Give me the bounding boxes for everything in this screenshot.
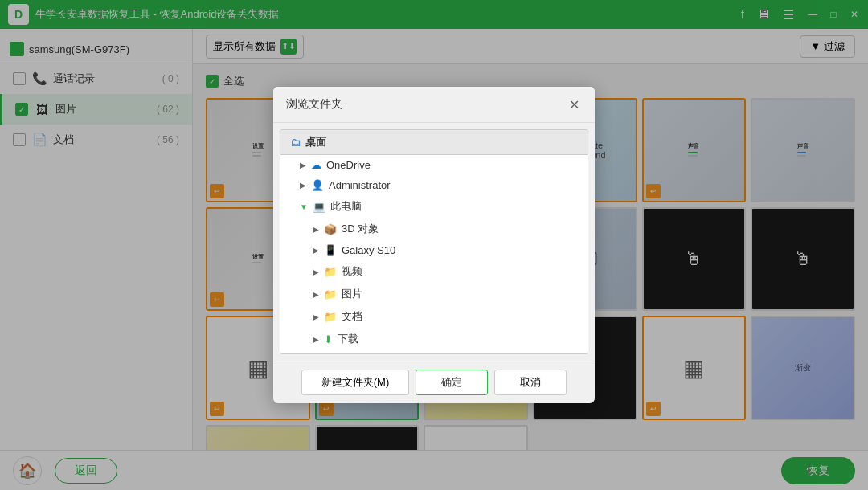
documents-label: 文档 xyxy=(342,309,362,324)
downloads-icon: ⬇ xyxy=(324,333,333,345)
downloads-label: 下载 xyxy=(338,332,358,346)
chevron-right-icon: ▶ xyxy=(300,161,306,169)
pictures-label: 图片 xyxy=(342,287,362,301)
chevron-right-icon: ▶ xyxy=(300,181,306,190)
chevron-right-icon: ▶ xyxy=(313,290,319,299)
thispc-label: 此电脑 xyxy=(330,199,362,214)
video-folder-icon: 📁 xyxy=(324,266,337,278)
tree-item-downloads[interactable]: ▶ ⬇ 下载 xyxy=(280,328,588,350)
documents-folder-icon: 📁 xyxy=(324,311,337,323)
dialog-titlebar: 浏览文件夹 ✕ xyxy=(273,87,595,123)
galaxys10-label: Galaxy S10 xyxy=(342,244,395,256)
3d-objects-label: 3D 对象 xyxy=(342,222,379,236)
chevron-right-icon: ▶ xyxy=(313,335,319,344)
video-label: 视频 xyxy=(342,264,362,279)
pc-icon: 💻 xyxy=(313,201,326,213)
user-icon: 👤 xyxy=(311,179,324,191)
folder-3d-icon: 📦 xyxy=(324,223,337,235)
chevron-right-icon: ▶ xyxy=(313,267,319,276)
tree-item-administrator[interactable]: ▶ 👤 Administrator xyxy=(280,175,588,195)
dialog-footer: 新建文件夹(M) 确定 取消 xyxy=(273,361,595,403)
chevron-right-icon: ▶ xyxy=(313,246,319,255)
tree-item-3d[interactable]: ▶ 📦 3D 对象 xyxy=(280,218,588,240)
phone-icon: 📱 xyxy=(324,244,337,256)
tree-item-thispc[interactable]: ▼ 💻 此电脑 xyxy=(280,195,588,218)
desktop-folder-icon: 🗂 xyxy=(290,137,301,149)
tree-item-video[interactable]: ▶ 📁 视频 xyxy=(280,260,588,283)
dialog-body: 🗂 桌面 ▶ ☁ OneDrive ▶ 👤 Administrator ▼ 💻 xyxy=(273,123,595,361)
tree-item-onedrive[interactable]: ▶ ☁ OneDrive xyxy=(280,155,588,175)
tree-item-music[interactable]: ▶ 🎵 音乐 xyxy=(280,350,588,354)
tree-item-documents[interactable]: ▶ 📁 文档 xyxy=(280,305,588,328)
chevron-right-icon: ▶ xyxy=(313,225,319,234)
chevron-down-icon: ▼ xyxy=(300,202,308,211)
new-folder-button[interactable]: 新建文件夹(M) xyxy=(301,370,410,395)
browse-folder-dialog: 浏览文件夹 ✕ 🗂 桌面 ▶ ☁ OneDrive ▶ 👤 Administra… xyxy=(273,87,595,403)
dialog-overlay[interactable]: 浏览文件夹 ✕ 🗂 桌面 ▶ ☁ OneDrive ▶ 👤 Administra… xyxy=(0,0,868,490)
confirm-button[interactable]: 确定 xyxy=(416,370,488,395)
tree-header: 🗂 桌面 xyxy=(280,130,588,155)
onedrive-label: OneDrive xyxy=(326,159,371,171)
pictures-folder-icon: 📁 xyxy=(324,288,337,300)
tree-item-galaxys10[interactable]: ▶ 📱 Galaxy S10 xyxy=(280,240,588,260)
dialog-title: 浏览文件夹 xyxy=(286,97,342,112)
chevron-right-icon: ▶ xyxy=(313,312,319,321)
dialog-close-button[interactable]: ✕ xyxy=(566,96,582,112)
administrator-label: Administrator xyxy=(329,179,391,191)
tree-item-pictures[interactable]: ▶ 📁 图片 xyxy=(280,283,588,305)
onedrive-icon: ☁ xyxy=(311,159,321,171)
cancel-button[interactable]: 取消 xyxy=(494,370,567,395)
file-tree[interactable]: 🗂 桌面 ▶ ☁ OneDrive ▶ 👤 Administrator ▼ 💻 xyxy=(280,129,588,354)
